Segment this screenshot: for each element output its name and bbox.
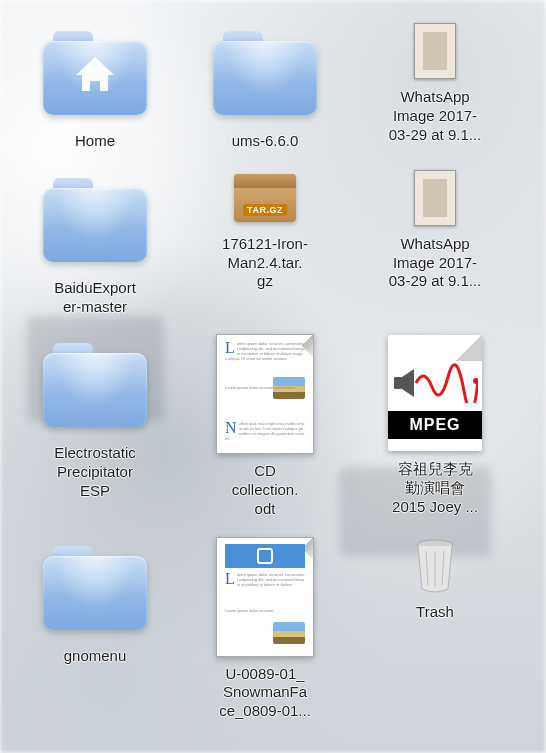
mpeg-band: MPEG [388, 411, 482, 439]
trash-icon [375, 533, 495, 599]
icon-label: Electrostatic Precipitator ESP [54, 444, 136, 500]
audio-mpeg-joey[interactable]: MPEG 容祖兒李克 勤演唱會 2015 Joey ... [350, 330, 520, 518]
folder-baidu-exporter[interactable]: BaiduExport er-master [10, 165, 180, 317]
svg-point-1 [473, 378, 478, 384]
folder-ums[interactable]: ums-6.6.0 [180, 18, 350, 151]
image-whatsapp-1[interactable]: WhatsApp Image 2017- 03-29 at 9.1... [350, 18, 520, 151]
document-cd-collection[interactable]: Lorem ipsum dolor sit amet, consectetur … [180, 330, 350, 518]
trash[interactable]: Trash [350, 533, 520, 721]
archive-icon: TAR.GZ [205, 165, 325, 231]
folder-icon [35, 533, 155, 643]
archive-badge: TAR.GZ [243, 204, 287, 216]
icon-label: WhatsApp Image 2017- 03-29 at 9.1... [389, 88, 482, 144]
icon-label: U-0089-01_ SnowmanFa ce_0809-01... [219, 665, 311, 721]
document-icon: Lorem ipsum dolor sit amet, consectetur … [205, 330, 325, 458]
document-snowman-face[interactable]: Lorem ipsum dolor sit amet, consectetur … [180, 533, 350, 721]
speaker-wave-icon [392, 363, 478, 403]
doc-header-icon [225, 544, 305, 568]
icon-label: CD collection. odt [232, 462, 299, 518]
icon-label: BaiduExport er-master [54, 279, 136, 317]
icon-label: gnomenu [64, 647, 127, 666]
image-thumbnail-icon [375, 165, 495, 231]
document-icon: Lorem ipsum dolor sit amet, consectetur … [205, 533, 325, 661]
archive-ironman[interactable]: TAR.GZ 176121-Iron- Man2.4.tar. gz [180, 165, 350, 317]
home-icon [43, 55, 147, 95]
svg-rect-2 [258, 549, 272, 563]
icon-label: Trash [416, 603, 454, 622]
desktop[interactable]: Home ums-6.6.0 WhatsApp Image 2017- 03-2… [0, 0, 546, 753]
folder-gnomenu[interactable]: gnomenu [10, 533, 180, 721]
icon-label: 176121-Iron- Man2.4.tar. gz [222, 235, 308, 291]
folder-icon [35, 18, 155, 128]
icon-label: Home [75, 132, 115, 151]
folder-icon [35, 165, 155, 275]
image-whatsapp-2[interactable]: WhatsApp Image 2017- 03-29 at 9.1... [350, 165, 520, 317]
folder-electrostatic-precipitator[interactable]: Electrostatic Precipitator ESP [10, 330, 180, 518]
folder-home[interactable]: Home [10, 18, 180, 151]
icon-label: 容祖兒李克 勤演唱會 2015 Joey ... [392, 460, 478, 516]
icon-label: WhatsApp Image 2017- 03-29 at 9.1... [389, 235, 482, 291]
svg-rect-0 [394, 377, 402, 389]
image-thumbnail-icon [375, 18, 495, 84]
icon-label: ums-6.6.0 [232, 132, 299, 151]
folder-icon [35, 330, 155, 440]
folder-icon [205, 18, 325, 128]
mpeg-icon: MPEG [375, 330, 495, 456]
